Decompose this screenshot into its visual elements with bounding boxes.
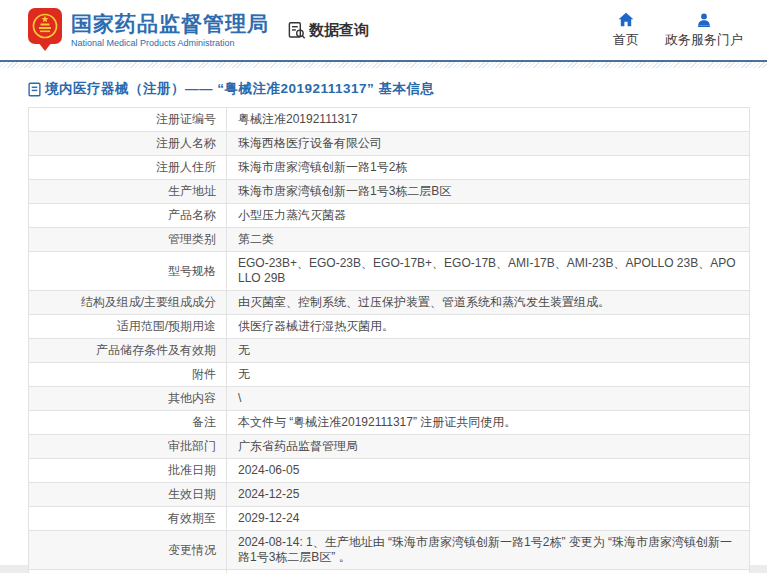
row-label-text: 生效日期: [168, 487, 216, 502]
row-value-text: 供医疗器械进行湿热灭菌用。: [238, 319, 394, 334]
row-value: 无: [227, 339, 749, 362]
nav-item-label: 首页: [613, 31, 639, 49]
row-label: 适用范围/预期用途: [29, 315, 227, 338]
row-value: 第二类: [227, 228, 749, 251]
nav-item-portal[interactable]: 政务服务门户: [665, 12, 743, 49]
row-value-text: 无: [238, 367, 250, 382]
row-value-text: 珠海市唐家湾镇创新一路1号2栋: [238, 160, 407, 175]
row-value: EGO-23B+、EGO-23B、EGO-17B+、EGO-17B、AMI-17…: [227, 252, 749, 290]
row-value: 无: [227, 363, 749, 386]
row-value-text: EGO-23B+、EGO-23B、EGO-17B+、EGO-17B、AMI-17…: [238, 256, 739, 286]
table-row: 结构及组成/主要组成成分由灭菌室、控制系统、过压保护装置、管道系统和蒸汽发生装置…: [29, 291, 749, 315]
row-label: 结构及组成/主要组成成分: [29, 291, 227, 314]
row-label-text: 其他内容: [168, 391, 216, 406]
table-row: 审批部门广东省药品监督管理局: [29, 435, 749, 459]
document-search-icon: [287, 21, 306, 40]
row-value-text: 广东省药品监督管理局: [238, 439, 358, 454]
row-value: 2024-08-14: 1、生产地址由 “珠海市唐家湾镇创新一路1号2栋” 变更…: [227, 531, 749, 569]
row-value: 供医疗器械进行湿热灭菌用。: [227, 315, 749, 338]
row-value: 粤械注准20192111317: [227, 108, 749, 131]
table-row: 产品名称小型压力蒸汽灭菌器: [29, 204, 749, 228]
table-row: 管理类别第二类: [29, 228, 749, 252]
row-value: 2029-12-24: [227, 507, 749, 530]
row-label: 生效日期: [29, 483, 227, 506]
national-emblem-icon: [28, 8, 62, 52]
table-row: 生效日期2024-12-25: [29, 483, 749, 507]
agency-title: 国家药品监督管理局: [71, 12, 269, 36]
row-value-text: 2024-06-05: [238, 463, 299, 478]
row-value-text: 无: [238, 343, 250, 358]
home-icon: [618, 12, 634, 28]
row-label: 产品储存条件及有效期: [29, 339, 227, 362]
row-value: 珠海市唐家湾镇创新一路1号3栋二层B区: [227, 180, 749, 203]
row-label: 注册人住所: [29, 156, 227, 179]
row-value: 小型压力蒸汽灭菌器: [227, 204, 749, 227]
data-query-menu[interactable]: 数据查询: [287, 21, 369, 40]
table-row: 注册人住所珠海市唐家湾镇创新一路1号2栋: [29, 156, 749, 180]
table-row: 其他内容\: [29, 387, 749, 411]
row-label-text: 型号规格: [168, 264, 216, 279]
row-label-text: 生产地址: [168, 184, 216, 199]
site-header: 国家药品监督管理局 National Medical Products Admi…: [0, 0, 767, 62]
row-value-text: 粤械注准20192111317: [238, 112, 358, 127]
row-label: 注册人名称: [29, 132, 227, 155]
row-value: 2024-12-25: [227, 483, 749, 506]
row-label-text: 结构及组成/主要组成成分: [81, 295, 216, 310]
agency-subtitle: National Medical Products Administration: [71, 37, 269, 49]
nav-item-label: 政务服务门户: [665, 31, 743, 49]
row-label-text: 有效期至: [168, 511, 216, 526]
row-label-text: 批准日期: [168, 463, 216, 478]
row-value-text: 珠海市唐家湾镇创新一路1号3栋二层B区: [238, 184, 451, 199]
row-value-text: 本文件与 “粤械注准20192111317” 注册证共同使用。: [238, 415, 516, 430]
row-label-text: 注册人住所: [156, 160, 216, 175]
header-nav: 首页 政务服务门户: [613, 12, 743, 49]
row-label-text: 管理类别: [168, 232, 216, 247]
row-label: 备注: [29, 411, 227, 434]
row-label-text: 审批部门: [168, 439, 216, 454]
row-label-text: 附件: [192, 367, 216, 382]
row-value: 珠海西格医疗设备有限公司: [227, 132, 749, 155]
row-value: \: [227, 387, 749, 410]
row-label-text: 备注: [192, 415, 216, 430]
table-row: 变更情况2024-08-14: 1、生产地址由 “珠海市唐家湾镇创新一路1号2栋…: [29, 531, 749, 570]
row-value: 本文件与 “粤械注准20192111317” 注册证共同使用。: [227, 411, 749, 434]
document-icon: [28, 82, 41, 97]
row-label: 审批部门: [29, 435, 227, 458]
table-row: 注册人名称珠海西格医疗设备有限公司: [29, 132, 749, 156]
row-label: 管理类别: [29, 228, 227, 251]
table-row: 生产地址珠海市唐家湾镇创新一路1号3栋二层B区: [29, 180, 749, 204]
nav-item-home[interactable]: 首页: [613, 12, 639, 49]
page: 国家药品监督管理局 National Medical Products Admi…: [0, 0, 767, 565]
row-label-text: 产品名称: [168, 208, 216, 223]
row-label-text: 适用范围/预期用途: [117, 319, 216, 334]
agency-logo[interactable]: 国家药品监督管理局 National Medical Products Admi…: [28, 8, 269, 52]
user-icon: [696, 12, 712, 28]
title-bar: 境内医疗器械（注册）—— “粤械注准20192111317” 基本信息: [28, 80, 750, 98]
row-value-text: 2024-08-14: 1、生产地址由 “珠海市唐家湾镇创新一路1号2栋” 变更…: [238, 535, 739, 565]
table-row: 适用范围/预期用途供医疗器械进行湿热灭菌用。: [29, 315, 749, 339]
row-label: 变更情况: [29, 531, 227, 569]
registration-info-table: 注册证编号粤械注准20192111317注册人名称珠海西格医疗设备有限公司注册人…: [28, 107, 750, 573]
row-label: 生产地址: [29, 180, 227, 203]
table-row: 产品储存条件及有效期无: [29, 339, 749, 363]
header-hatch-divider: [0, 62, 767, 68]
agency-titles: 国家药品监督管理局 National Medical Products Admi…: [71, 12, 269, 49]
row-value-text: 2029-12-24: [238, 511, 299, 526]
row-value: 由灭菌室、控制系统、过压保护装置、管道系统和蒸汽发生装置组成。: [227, 291, 749, 314]
row-value-text: 珠海西格医疗设备有限公司: [238, 136, 382, 151]
row-value: 广东省药品监督管理局: [227, 435, 749, 458]
row-label: 注册证编号: [29, 108, 227, 131]
row-label: 附件: [29, 363, 227, 386]
row-label: 型号规格: [29, 252, 227, 290]
row-label-text: 注册人名称: [156, 136, 216, 151]
table-row: 批准日期2024-06-05: [29, 459, 749, 483]
row-label-text: 注册证编号: [156, 112, 216, 127]
table-row: 注册证编号粤械注准20192111317: [29, 108, 749, 132]
row-value-text: 2024-12-25: [238, 487, 299, 502]
row-label-text: 变更情况: [168, 543, 216, 558]
page-title: 境内医疗器械（注册）—— “粤械注准20192111317” 基本信息: [45, 80, 435, 98]
table-row: 附件无: [29, 363, 749, 387]
row-value: 2024-06-05: [227, 459, 749, 482]
row-value-text: 小型压力蒸汽灭菌器: [238, 208, 346, 223]
row-label: 其他内容: [29, 387, 227, 410]
